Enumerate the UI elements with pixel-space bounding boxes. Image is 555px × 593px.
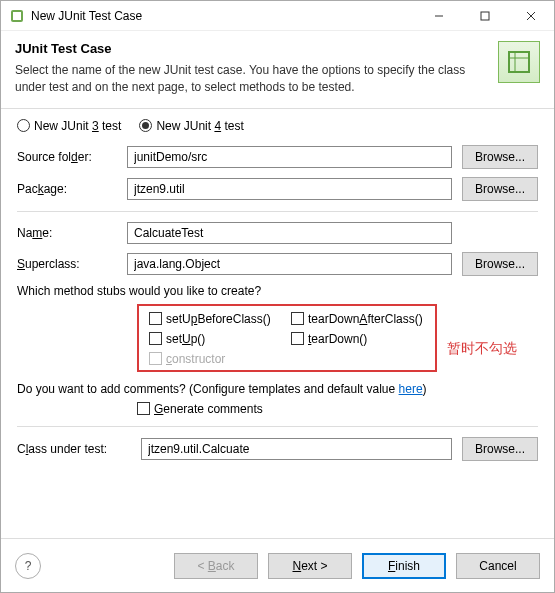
comments-question: Do you want to add comments? (Configure …: [17, 382, 538, 396]
browse-cut-button[interactable]: Browse...: [462, 437, 538, 461]
checkbox-label: Generate comments: [154, 402, 263, 416]
radio-icon: [139, 119, 152, 132]
stubs-question: Which method stubs would you like to cre…: [17, 284, 538, 298]
checkbox-icon: [137, 402, 150, 415]
junit-icon: [9, 8, 25, 24]
checkbox-teardown[interactable]: tearDown(): [291, 332, 425, 346]
close-button[interactable]: [508, 1, 554, 31]
finish-button[interactable]: Finish: [362, 553, 446, 579]
checkbox-label: setUpBeforeClass(): [166, 312, 271, 326]
checkbox-icon: [149, 352, 162, 365]
checkbox-teardownafterclass[interactable]: tearDownAfterClass(): [291, 312, 425, 326]
wizard-icon: [498, 41, 540, 83]
checkbox-icon: [291, 332, 304, 345]
browse-superclass-button[interactable]: Browse...: [462, 252, 538, 276]
next-button[interactable]: Next >: [268, 553, 352, 579]
wizard-header: JUnit Test Case Select the name of the n…: [1, 31, 554, 109]
checkbox-setupbeforeclass[interactable]: setUpBeforeClass(): [149, 312, 283, 326]
svg-rect-6: [509, 52, 529, 72]
back-button: < Back: [174, 553, 258, 579]
radio-label: New JUnit 4 test: [156, 119, 243, 133]
configure-link[interactable]: here: [399, 382, 423, 396]
titlebar: New JUnit Test Case: [1, 1, 554, 31]
superclass-input[interactable]: [127, 253, 452, 275]
checkbox-setup[interactable]: setUp(): [149, 332, 283, 346]
wizard-footer: ? < Back Next > Finish Cancel: [1, 538, 554, 592]
class-under-test-label: Class under test:: [17, 442, 131, 456]
name-label: Name:: [17, 226, 117, 240]
minimize-button[interactable]: [416, 1, 462, 31]
radio-label: New JUnit 3 test: [34, 119, 121, 133]
page-title: JUnit Test Case: [15, 41, 488, 56]
checkbox-icon: [149, 312, 162, 325]
window-controls: [416, 1, 554, 31]
divider: [17, 426, 538, 427]
divider: [17, 211, 538, 212]
checkbox-label: setUp(): [166, 332, 205, 346]
junit-version-group: New JUnit 3 test New JUnit 4 test: [17, 119, 538, 133]
stubs-highlight-box: setUpBeforeClass() tearDownAfterClass() …: [137, 304, 437, 372]
superclass-label: Superclass:: [17, 257, 117, 271]
checkbox-label: tearDownAfterClass(): [308, 312, 423, 326]
window-title: New JUnit Test Case: [31, 9, 416, 23]
browse-source-button[interactable]: Browse...: [462, 145, 538, 169]
radio-junit4[interactable]: New JUnit 4 test: [139, 119, 243, 133]
package-label: Package:: [17, 182, 117, 196]
browse-package-button[interactable]: Browse...: [462, 177, 538, 201]
checkbox-generate-comments[interactable]: Generate comments: [137, 402, 263, 416]
wizard-content: New JUnit 3 test New JUnit 4 test Source…: [1, 109, 554, 538]
source-folder-label: Source folder:: [17, 150, 117, 164]
class-under-test-input[interactable]: [141, 438, 452, 460]
checkbox-icon: [291, 312, 304, 325]
source-folder-input[interactable]: [127, 146, 452, 168]
help-button[interactable]: ?: [15, 553, 41, 579]
dialog-window: New JUnit Test Case JUnit Test Case Sele…: [0, 0, 555, 593]
package-input[interactable]: [127, 178, 452, 200]
checkbox-label: tearDown(): [308, 332, 367, 346]
cancel-button[interactable]: Cancel: [456, 553, 540, 579]
svg-rect-3: [481, 12, 489, 20]
page-description: Select the name of the new JUnit test ca…: [15, 62, 488, 96]
checkbox-label: constructor: [166, 352, 225, 366]
radio-icon: [17, 119, 30, 132]
svg-rect-1: [13, 12, 21, 20]
annotation-text: 暂时不勾选: [447, 340, 517, 358]
radio-junit3[interactable]: New JUnit 3 test: [17, 119, 121, 133]
checkbox-icon: [149, 332, 162, 345]
checkbox-constructor: constructor: [149, 352, 283, 366]
name-input[interactable]: [127, 222, 452, 244]
maximize-button[interactable]: [462, 1, 508, 31]
